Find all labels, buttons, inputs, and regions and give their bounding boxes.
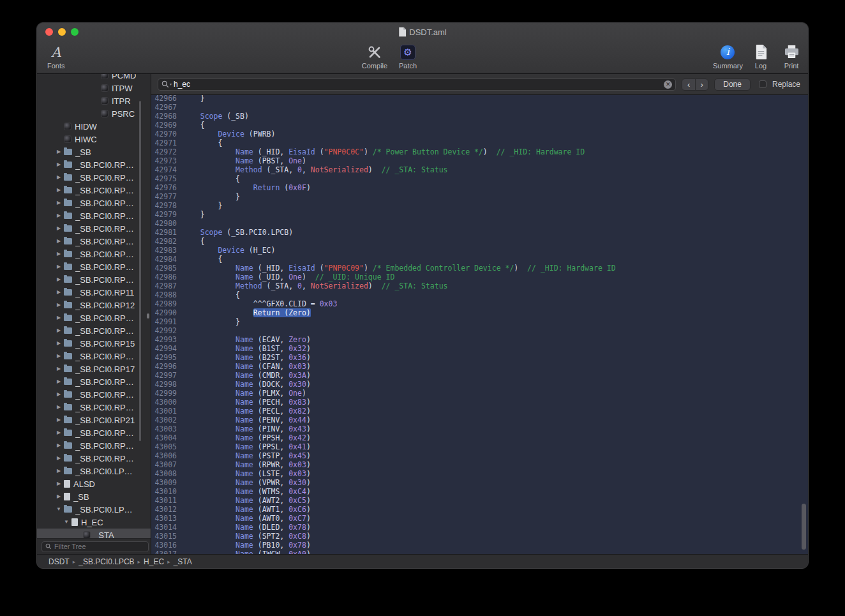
close-button[interactable]: [45, 28, 53, 36]
acpi-tree[interactable]: PCMDITPWITPRPSRCHIDWHIWC▶_SB▶_SB.PCI0.RP…: [37, 74, 151, 538]
code-line[interactable]: 42975 {: [151, 174, 808, 183]
code-line[interactable]: 43015 Name (SPT2, 0xC8): [151, 532, 808, 541]
code-line[interactable]: 42977 }: [151, 192, 808, 201]
sidebar-item-_sb-pci0-rp17[interactable]: ▶_SB.PCI0.RP17: [37, 363, 151, 375]
disclosure-triangle-icon[interactable]: ▶: [55, 456, 63, 461]
sidebar-item-_sb-pci0-rp15[interactable]: ▶_SB.PCI0.RP15: [37, 337, 151, 350]
code-line[interactable]: 43011 Name (AWT2, 0xC5): [151, 496, 808, 505]
disclosure-triangle-icon[interactable]: ▶: [55, 341, 63, 346]
replace-checkbox[interactable]: [759, 80, 766, 88]
code-line[interactable]: 43004 Name (PPSH, 0x42): [151, 433, 808, 442]
code-line[interactable]: 42991 }: [151, 317, 808, 326]
disclosure-triangle-icon[interactable]: ▶: [55, 303, 63, 308]
code-line[interactable]: 43005 Name (PPSL, 0x41): [151, 442, 808, 451]
sidebar-item-_sb[interactable]: ▶_SB: [37, 490, 151, 503]
code-line[interactable]: 43016 Name (PB10, 0x78): [151, 541, 808, 550]
disclosure-triangle-icon[interactable]: ▶: [55, 392, 63, 397]
disclosure-triangle-icon[interactable]: ▼: [63, 520, 70, 525]
sidebar-item-_sb-pci0-lp[interactable]: ▼_SB.PCI0.LP…: [37, 503, 151, 516]
code-line[interactable]: 43006 Name (PSTP, 0x45): [151, 451, 808, 460]
sidebar-item-_sb-pci0-rp[interactable]: ▶_SB.PCI0.RP…: [37, 350, 151, 363]
code-line[interactable]: 42990 Return (Zero): [151, 308, 808, 317]
code-line[interactable]: 42973 Name (PBST, One): [151, 156, 808, 165]
code-line[interactable]: 43017 Name (IWCW, 0xA0): [151, 550, 808, 554]
code-line[interactable]: 43012 Name (AWT1, 0xC6): [151, 505, 808, 514]
code-line[interactable]: 42996 Name (CFAN, 0x03): [151, 362, 808, 371]
disclosure-triangle-icon[interactable]: ▶: [55, 162, 63, 167]
code-line[interactable]: 42976 Return (0x0F): [151, 183, 808, 192]
breadcrumb-item[interactable]: _STA: [174, 557, 192, 566]
sidebar-item-_sb-pci0-rp[interactable]: ▶_SB.PCI0.RP…: [37, 197, 151, 209]
breadcrumb-item[interactable]: H_EC: [144, 557, 164, 566]
code-line[interactable]: 42985 Name (_HID, EisaId ("PNP0C09") /* …: [151, 264, 808, 273]
code-line[interactable]: 42997 Name (CMDR, 0x3A): [151, 371, 808, 380]
code-line[interactable]: 42979 }: [151, 210, 808, 219]
code-line[interactable]: 42989 ^^^GFX0.CLID = 0x03: [151, 299, 808, 308]
search-scope-chevron-icon[interactable]: ▾: [170, 82, 172, 86]
editor-scrollbar-thumb[interactable]: [802, 504, 806, 550]
sidebar-item-_sb-pci0-rp12[interactable]: ▶_SB.PCI0.RP12: [37, 299, 151, 312]
code-line[interactable]: 42967: [151, 103, 808, 112]
disclosure-triangle-icon[interactable]: ▶: [55, 366, 63, 372]
code-line[interactable]: 43000 Name (PECH, 0x83): [151, 398, 808, 407]
compile-button[interactable]: Compile: [359, 43, 390, 70]
sidebar-item-_sb-pci0-rp[interactable]: ▶_SB.PCI0.RP…: [37, 209, 151, 222]
code-line[interactable]: 43002 Name (PENV, 0x44): [151, 416, 808, 424]
sidebar-item-_sb-pci0-rp21[interactable]: ▶_SB.PCI0.RP21: [37, 414, 151, 426]
sidebar-item-hiwc[interactable]: HIWC: [37, 133, 151, 146]
sidebar-item-_sb-pci0-rp[interactable]: ▶_SB.PCI0.RP…: [37, 388, 151, 401]
disclosure-triangle-icon[interactable]: ▶: [55, 213, 63, 218]
code-editor[interactable]: 42966 }4296742968 Scope (_SB)42969 {4297…: [151, 95, 808, 554]
code-line[interactable]: 43008 Name (LSTE, 0x03): [151, 469, 808, 478]
print-button[interactable]: Print: [779, 43, 804, 70]
titlebar[interactable]: DSDT.aml: [37, 23, 808, 41]
filter-tree-input[interactable]: [54, 543, 145, 550]
breadcrumb-item[interactable]: DSDT: [49, 557, 70, 566]
code-line[interactable]: 42993 Name (ECAV, Zero): [151, 335, 808, 344]
code-line[interactable]: 42981 Scope (_SB.PCI0.LPCB): [151, 228, 808, 237]
sidebar-item-pcmd[interactable]: PCMD: [37, 74, 151, 82]
code-line[interactable]: 43007 Name (RPWR, 0x03): [151, 460, 808, 469]
code-line[interactable]: 42999 Name (PLMX, One): [151, 389, 808, 398]
breadcrumb-item[interactable]: _SB.PCI0.LPCB: [79, 557, 134, 566]
sidebar-item-_sb-pci0-rp[interactable]: ▶_SB.PCI0.RP…: [37, 273, 151, 286]
disclosure-triangle-icon[interactable]: ▶: [55, 354, 63, 359]
sidebar-item-_sb[interactable]: ▶_SB: [37, 146, 151, 158]
find-previous-button[interactable]: ‹: [682, 79, 695, 90]
sidebar-item-_sb-pci0-lp[interactable]: ▶_SB.PCI0.LP…: [37, 465, 151, 477]
sidebar-item-_sb-pci0-rp[interactable]: ▶_SB.PCI0.RP…: [37, 426, 151, 439]
code-line[interactable]: 42972 Name (_HID, EisaId ("PNP0C0C") /* …: [151, 147, 808, 156]
find-next-button[interactable]: ›: [695, 79, 708, 90]
disclosure-triangle-icon[interactable]: ▶: [55, 443, 63, 448]
disclosure-triangle-icon[interactable]: ▶: [55, 239, 63, 244]
code-line[interactable]: 42982 {: [151, 237, 808, 246]
code-line[interactable]: 42969 {: [151, 121, 808, 130]
disclosure-triangle-icon[interactable]: ▶: [55, 149, 63, 154]
fonts-button[interactable]: Fonts: [47, 43, 65, 70]
disclosure-triangle-icon[interactable]: ▶: [55, 290, 63, 295]
disclosure-triangle-icon[interactable]: ▶: [55, 469, 63, 474]
code-line[interactable]: 43014 Name (DLED, 0x78): [151, 523, 808, 532]
patch-button[interactable]: Patch: [393, 43, 423, 70]
code-line[interactable]: 42994 Name (B1ST, 0x32): [151, 344, 808, 353]
code-line[interactable]: 43003 Name (PINV, 0x43): [151, 424, 808, 433]
sidebar-item-psrc[interactable]: PSRC: [37, 107, 151, 120]
search-input[interactable]: [174, 80, 662, 89]
code-line[interactable]: 42983 Device (H_EC): [151, 246, 808, 255]
disclosure-triangle-icon[interactable]: ▶: [55, 328, 63, 333]
sidebar-item-_sb-pci0-rp[interactable]: ▶_SB.PCI0.RP…: [37, 312, 151, 324]
code-line[interactable]: 43001 Name (PECL, 0x82): [151, 407, 808, 416]
disclosure-triangle-icon[interactable]: ▶: [55, 175, 63, 180]
sidebar-item-_sb-pci0-rp[interactable]: ▶_SB.PCI0.RP…: [37, 235, 151, 248]
sidebar-item-_sb-pci0-rp[interactable]: ▶_SB.PCI0.RP…: [37, 375, 151, 388]
disclosure-triangle-icon[interactable]: ▶: [55, 405, 63, 410]
disclosure-triangle-icon[interactable]: ▶: [55, 188, 63, 193]
sidebar-item-_sb-pci0-rp[interactable]: ▶_SB.PCI0.RP…: [37, 324, 151, 337]
code-line[interactable]: 43010 Name (WTMS, 0xC4): [151, 487, 808, 496]
code-line[interactable]: 42984 {: [151, 255, 808, 264]
code-line[interactable]: 42974 Method (_STA, 0, NotSerialized) //…: [151, 165, 808, 174]
disclosure-triangle-icon[interactable]: ▼: [55, 507, 63, 512]
sidebar-item-_sb-pci0-rp[interactable]: ▶_SB.PCI0.RP…: [37, 158, 151, 171]
sidebar-scrollbar-thumb[interactable]: [139, 101, 141, 441]
disclosure-triangle-icon[interactable]: ▶: [55, 315, 63, 320]
